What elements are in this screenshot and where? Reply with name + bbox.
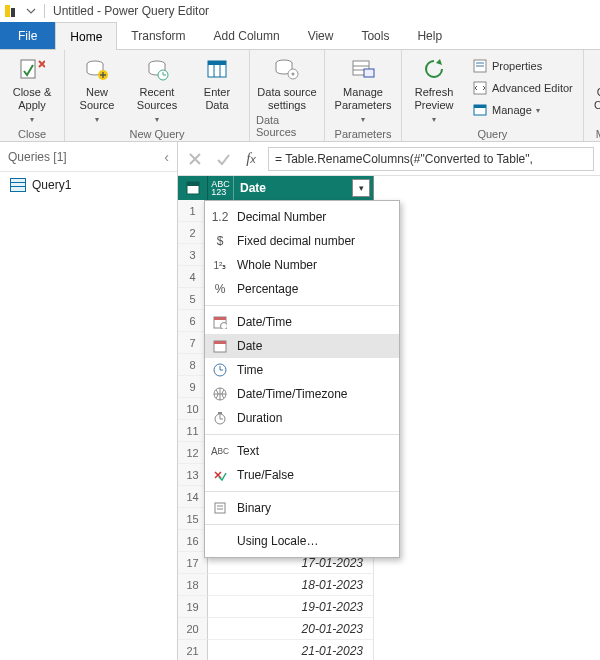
new-source-button[interactable]: New Source▾ <box>71 54 123 126</box>
svg-rect-0 <box>5 5 10 17</box>
text-icon: ABC <box>211 442 229 460</box>
menu-date[interactable]: Date <box>205 334 399 358</box>
queries-pane: Queries [1] ‹ Query1 <box>0 142 178 660</box>
cancel-formula-button[interactable] <box>184 148 206 170</box>
main: Queries [1] ‹ Query1 fx = Table.RenameCo… <box>0 142 600 660</box>
formula-input[interactable]: = Table.RenameColumns(#"Converted to Tab… <box>268 147 594 171</box>
choose-columns-button[interactable]: Choose Columns▾ <box>590 54 600 126</box>
svg-rect-29 <box>214 317 226 320</box>
queries-header-text: Queries [1] <box>8 150 67 164</box>
work-area: fx = Table.RenameColumns(#"Converted to … <box>178 142 600 660</box>
refresh-preview-button[interactable]: Refresh Preview▾ <box>408 54 460 126</box>
row-number[interactable]: 19 <box>178 596 208 618</box>
svg-rect-23 <box>474 105 486 108</box>
cell[interactable]: 18-01-2023 <box>208 574 374 596</box>
group-manage-columns-label: Manage <box>596 126 600 143</box>
type-context-menu: 1.2Decimal Number $Fixed decimal number … <box>204 200 400 558</box>
menu-datetime[interactable]: Date/Time <box>205 310 399 334</box>
group-parameters-label: Parameters <box>335 126 392 143</box>
qat-dropdown-icon[interactable] <box>24 4 38 18</box>
enter-data-icon <box>191 54 243 84</box>
column-filter-dropdown[interactable]: ▾ <box>352 179 370 197</box>
close-apply-button[interactable]: Close & Apply ▾ <box>6 54 58 126</box>
menu-decimal-number[interactable]: 1.2Decimal Number <box>205 205 399 229</box>
select-all-corner[interactable] <box>178 176 208 200</box>
query-name: Query1 <box>32 178 71 192</box>
separator <box>205 524 399 525</box>
duration-icon <box>211 409 229 427</box>
column-name: Date <box>234 181 352 195</box>
datetime-icon <box>211 313 229 331</box>
ribbon-tabs: File Home Transform Add Column View Tool… <box>0 22 600 50</box>
menu-text[interactable]: ABCText <box>205 439 399 463</box>
tab-transform[interactable]: Transform <box>117 22 199 49</box>
group-manage-columns: Choose Columns▾ Manage <box>584 50 600 141</box>
currency-icon: $ <box>211 232 229 250</box>
fx-icon[interactable]: fx <box>240 148 262 170</box>
data-source-settings-icon <box>256 54 318 84</box>
data-grid: ABC 123 Date ▾ 1 2 3 4 5 6 7 8 9 10 11 1… <box>178 176 600 660</box>
menu-percentage[interactable]: %Percentage <box>205 277 399 301</box>
query-item[interactable]: Query1 <box>0 172 177 198</box>
svg-rect-27 <box>187 182 199 186</box>
cell[interactable]: 21-01-2023 <box>208 640 374 660</box>
percentage-icon: % <box>211 280 229 298</box>
group-new-query: New Source▾ Recent Sources▾ Enter Data N… <box>65 50 250 141</box>
tab-help[interactable]: Help <box>403 22 456 49</box>
data-source-settings-button[interactable]: Data source settings <box>256 54 318 112</box>
close-apply-icon <box>6 54 58 84</box>
new-source-icon <box>71 54 123 84</box>
menu-binary[interactable]: Binary <box>205 496 399 520</box>
menu-duration[interactable]: Duration <box>205 406 399 430</box>
menu-fixed-decimal[interactable]: $Fixed decimal number <box>205 229 399 253</box>
table-icon <box>10 178 26 192</box>
row-number[interactable]: 21 <box>178 640 208 660</box>
properties-icon <box>472 58 488 74</box>
group-close-label: Close <box>18 126 46 143</box>
menu-using-locale[interactable]: Using Locale… <box>205 529 399 553</box>
separator <box>205 305 399 306</box>
group-new-query-label: New Query <box>129 126 184 143</box>
menu-time[interactable]: Time <box>205 358 399 382</box>
title-bar: Untitled - Power Query Editor <box>0 0 600 22</box>
column-header-date[interactable]: ABC 123 Date ▾ <box>208 176 374 200</box>
menu-whole-number[interactable]: 1²₃Whole Number <box>205 253 399 277</box>
cell[interactable]: 19-01-2023 <box>208 596 374 618</box>
row-number[interactable]: 18 <box>178 574 208 596</box>
tab-view[interactable]: View <box>294 22 348 49</box>
accept-formula-button[interactable] <box>212 148 234 170</box>
advanced-editor-button[interactable]: Advanced Editor <box>468 78 577 98</box>
svg-rect-1 <box>11 8 15 17</box>
svg-rect-32 <box>214 341 226 344</box>
tab-add-column[interactable]: Add Column <box>200 22 294 49</box>
tab-file[interactable]: File <box>0 22 55 49</box>
menu-truefalse[interactable]: True/False <box>205 463 399 487</box>
properties-button[interactable]: Properties <box>468 56 577 76</box>
group-parameters: Manage Parameters▾ Parameters <box>325 50 402 141</box>
enter-data-button[interactable]: Enter Data <box>191 54 243 112</box>
column-type-icon[interactable]: ABC 123 <box>208 176 234 200</box>
decimal-icon: 1.2 <box>211 208 229 226</box>
tab-tools[interactable]: Tools <box>347 22 403 49</box>
app-icon <box>4 4 18 18</box>
row-number[interactable]: 20 <box>178 618 208 640</box>
menu-datetimezone[interactable]: Date/Time/Timezone <box>205 382 399 406</box>
grid-header: ABC 123 Date ▾ <box>178 176 600 200</box>
manage-button[interactable]: Manage ▾ <box>468 100 577 120</box>
ribbon: Close & Apply ▾ Close New Source▾ Recent… <box>0 50 600 142</box>
manage-parameters-icon <box>331 54 395 84</box>
advanced-editor-icon <box>472 80 488 96</box>
manage-parameters-button[interactable]: Manage Parameters▾ <box>331 54 395 126</box>
formula-bar: fx = Table.RenameColumns(#"Converted to … <box>178 142 600 176</box>
collapse-icon[interactable]: ‹ <box>164 149 169 165</box>
timezone-icon <box>211 385 229 403</box>
recent-sources-button[interactable]: Recent Sources▾ <box>131 54 183 126</box>
date-icon <box>211 337 229 355</box>
binary-icon <box>211 499 229 517</box>
queries-header[interactable]: Queries [1] ‹ <box>0 142 177 172</box>
svg-rect-21 <box>474 82 486 94</box>
cell[interactable]: 20-01-2023 <box>208 618 374 640</box>
window-title: Untitled - Power Query Editor <box>53 4 209 18</box>
tab-home[interactable]: Home <box>55 22 117 50</box>
svg-rect-37 <box>215 503 225 513</box>
